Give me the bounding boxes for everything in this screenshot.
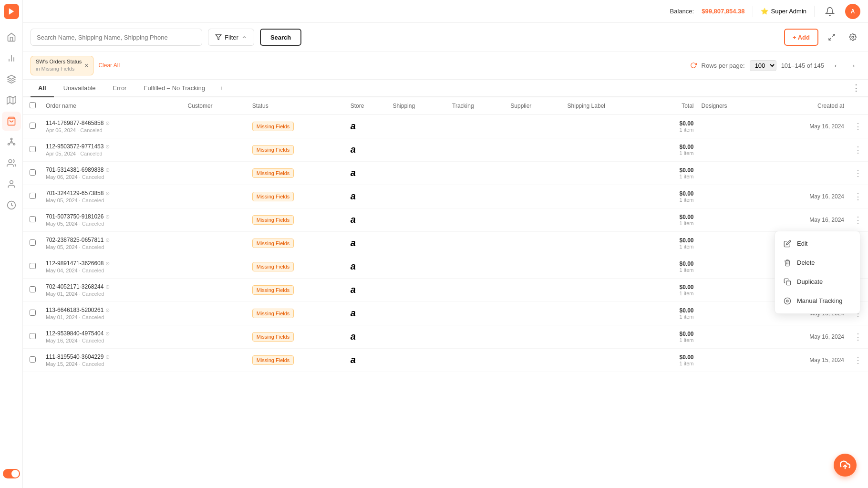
row-checkbox-cell[interactable] [23, 161, 42, 185]
order-id-cell: 112-9891471-3626608 ⊙ May 04, 2024 · Can… [42, 255, 184, 278]
status-badge: Missing Fields [252, 215, 294, 225]
customer-cell [184, 231, 248, 255]
row-checkbox-cell[interactable] [23, 255, 42, 278]
row-checkbox[interactable] [30, 263, 36, 269]
menu-item-duplicate[interactable]: Duplicate [775, 272, 860, 291]
row-checkbox[interactable] [30, 239, 36, 246]
row-menu-button[interactable]: ⋮ [852, 167, 864, 179]
row-menu-button[interactable]: ⋮ [852, 214, 864, 226]
page-info: 101–145 of 145 [781, 62, 824, 69]
more-options-button[interactable]: ⋮ [852, 83, 860, 93]
total-amount: $0.00 [658, 284, 693, 291]
row-checkbox[interactable] [30, 169, 36, 176]
notification-icon[interactable] [822, 4, 837, 19]
row-checkbox-cell[interactable] [23, 138, 42, 161]
row-checkbox[interactable] [30, 333, 36, 339]
upload-fab[interactable] [834, 454, 857, 477]
supplier-cell [506, 278, 563, 301]
sidebar-item-home[interactable] [2, 28, 21, 47]
designers-cell [698, 231, 764, 255]
prev-page-button[interactable]: ‹ [829, 59, 842, 72]
row-checkbox[interactable] [30, 216, 36, 222]
order-id: 702-2387825-0657811 ⊙ [46, 237, 180, 243]
row-menu-button[interactable]: ⋮ [852, 190, 864, 203]
row-actions-cell[interactable]: ⋮ [848, 185, 868, 208]
tab-fulfilled-no-tracking[interactable]: Fulfilled – No Tracking [136, 80, 213, 97]
logo[interactable] [4, 4, 19, 19]
row-checkbox[interactable] [30, 193, 36, 199]
row-menu-button[interactable]: ⋮ [852, 120, 864, 133]
tracking-cell [448, 348, 506, 372]
row-actions-cell[interactable]: ⋮ [848, 208, 868, 231]
table-row: 112-9539840-4975404 ⊙ May 16, 2024 · Can… [23, 325, 868, 348]
sidebar-item-toggle[interactable] [2, 464, 21, 483]
row-checkbox-cell[interactable] [23, 114, 42, 138]
table-row: 114-1769877-8465858 ⊙ Apr 06, 2024 · Can… [23, 114, 868, 138]
row-menu-button[interactable]: ⋮ [852, 331, 864, 343]
search-button[interactable]: Search [260, 29, 301, 46]
filter-button[interactable]: Filter [208, 29, 254, 46]
row-checkbox-cell[interactable] [23, 231, 42, 255]
row-actions-cell[interactable]: ⋮ [848, 161, 868, 185]
svg-line-13 [9, 143, 11, 144]
tab-all[interactable]: All [31, 80, 54, 97]
supplier-cell [506, 325, 563, 348]
sidebar-item-analytics[interactable] [2, 49, 21, 68]
tab-unavailable[interactable]: Unavailable [56, 80, 103, 97]
row-checkbox-cell[interactable] [23, 348, 42, 372]
select-all-header[interactable] [23, 97, 42, 115]
row-checkbox-cell[interactable] [23, 301, 42, 325]
rows-per-page-select[interactable]: 100 50 25 [750, 60, 776, 71]
table-row: 112-9503572-9771453 ⊙ Apr 05, 2024 · Can… [23, 138, 868, 161]
main-content: Balance: $99,807,854.38 ⭐ Super Admin A … [23, 0, 868, 488]
order-id: 111-8195540-3604229 ⊙ [46, 353, 180, 360]
row-checkbox[interactable] [30, 310, 36, 316]
sidebar-item-users[interactable] [2, 154, 21, 173]
row-checkbox-cell[interactable] [23, 325, 42, 348]
store-cell: a [347, 161, 389, 185]
filter-tag-close[interactable]: × [84, 62, 88, 69]
row-checkbox[interactable] [30, 286, 36, 292]
user-avatar[interactable]: A [845, 4, 860, 19]
row-checkbox-cell[interactable] [23, 185, 42, 208]
shipping-label-cell [564, 348, 654, 372]
add-button[interactable]: + Add [784, 29, 818, 46]
row-checkbox[interactable] [30, 356, 36, 363]
sidebar-item-affiliate[interactable] [2, 133, 21, 152]
row-checkbox-cell[interactable] [23, 208, 42, 231]
tab-error[interactable]: Error [105, 80, 134, 97]
row-menu-button[interactable]: ⋮ [852, 354, 864, 366]
row-checkbox-cell[interactable] [23, 278, 42, 301]
add-tab-button[interactable]: + [215, 81, 228, 94]
row-checkbox[interactable] [30, 146, 36, 152]
select-all-checkbox[interactable] [30, 102, 36, 108]
tracking-cell [448, 161, 506, 185]
row-checkbox[interactable] [30, 123, 36, 129]
duplicate-icon [783, 277, 792, 287]
search-input[interactable] [31, 29, 202, 46]
settings-button[interactable] [845, 30, 860, 45]
svg-line-19 [832, 34, 835, 37]
shipping-label-cell [564, 138, 654, 161]
clear-all-button[interactable]: Clear All [98, 62, 120, 69]
sidebar-item-clock[interactable] [2, 196, 21, 215]
row-actions-cell[interactable]: ⋮ [848, 114, 868, 138]
sidebar-item-map[interactable] [2, 91, 21, 110]
menu-item-delete[interactable]: Delete [775, 253, 860, 272]
order-date: Apr 06, 2024 · Canceled [46, 127, 180, 133]
row-actions-cell[interactable]: ⋮ [848, 138, 868, 161]
next-page-button[interactable]: › [847, 59, 860, 72]
sidebar-item-orders[interactable] [2, 112, 21, 131]
row-actions-cell[interactable]: ⋮ [848, 348, 868, 372]
item-count: 1 item [658, 197, 693, 203]
expand-button[interactable] [824, 30, 839, 45]
refresh-icon[interactable] [690, 62, 697, 69]
row-actions-cell[interactable]: ⋮ [848, 325, 868, 348]
sidebar-item-person[interactable] [2, 175, 21, 194]
store-logo: a [351, 214, 356, 225]
menu-item-manual-tracking[interactable]: Manual Tracking [775, 291, 860, 311]
row-menu-button[interactable]: ⋮ [852, 144, 864, 156]
menu-item-edit[interactable]: Edit [775, 234, 860, 253]
sidebar-item-layers[interactable] [2, 70, 21, 89]
item-count: 1 item [658, 244, 693, 249]
